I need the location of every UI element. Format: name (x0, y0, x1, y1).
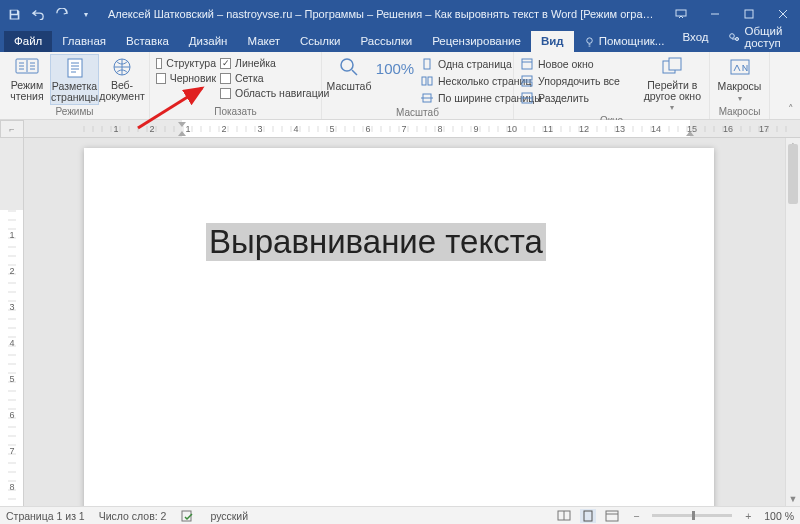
share-button[interactable]: Общий доступ (720, 22, 794, 52)
chevron-down-icon: ▾ (670, 103, 674, 112)
scroll-down-icon[interactable]: ▼ (786, 492, 800, 506)
checkbox-icon (220, 73, 231, 84)
reading-mode-icon (14, 56, 40, 78)
new-window-icon (520, 57, 534, 71)
group-window: Новое окно Упорядочить все Разделить Пер… (514, 52, 710, 119)
tab-design[interactable]: Дизайн (179, 31, 238, 52)
group-show: Структура Черновик ✓Линейка Сетка Област… (150, 52, 322, 119)
ruler-top-margin (0, 138, 24, 210)
tab-references[interactable]: Ссылки (290, 31, 351, 52)
view-read-mode-icon[interactable] (556, 509, 572, 523)
switch-windows-label: Перейти в другое окно (644, 80, 701, 101)
view-web-layout-icon[interactable] (604, 509, 620, 523)
svg-rect-0 (676, 10, 686, 16)
svg-text:6: 6 (9, 410, 14, 420)
svg-text:13: 13 (615, 124, 625, 134)
svg-text:6: 6 (365, 124, 370, 134)
zoom-button[interactable]: Масштаб (326, 54, 372, 106)
svg-text:1: 1 (113, 124, 118, 134)
scroll-thumb[interactable] (788, 144, 798, 204)
reading-mode-label: Режим чтения (10, 80, 43, 101)
new-window-button[interactable]: Новое окно (518, 56, 640, 72)
svg-text:11: 11 (543, 124, 553, 134)
horizontal-ruler[interactable]: ⌐ 121234567891011121314151617 (0, 120, 800, 138)
document-heading[interactable]: Выравнивание текста (206, 223, 546, 261)
tab-mailings[interactable]: Рассылки (351, 31, 423, 52)
svg-text:14: 14 (651, 124, 661, 134)
status-page[interactable]: Страница 1 из 1 (6, 510, 85, 522)
arrange-all-button[interactable]: Упорядочить все (518, 73, 640, 89)
svg-text:4: 4 (9, 338, 14, 348)
tab-review[interactable]: Рецензирование (422, 31, 531, 52)
page-canvas[interactable]: Выравнивание текста (24, 138, 785, 506)
lightbulb-icon (584, 36, 595, 47)
svg-text:7: 7 (401, 124, 406, 134)
status-language[interactable]: русский (210, 510, 248, 522)
qat-dropdown-icon[interactable]: ▾ (76, 3, 96, 25)
document-page[interactable] (84, 148, 714, 506)
gridlines-checkbox[interactable]: Сетка (218, 71, 331, 85)
web-layout-icon (109, 56, 135, 78)
svg-rect-6 (68, 59, 82, 77)
svg-text:1: 1 (185, 124, 190, 134)
new-window-label: Новое окно (538, 58, 594, 70)
zoom-out-icon[interactable]: − (628, 509, 644, 523)
vertical-ruler[interactable]: 12345678 (0, 138, 24, 506)
ruler-checkbox[interactable]: ✓Линейка (218, 56, 331, 70)
navigation-pane-checkbox[interactable]: Область навигации (218, 86, 331, 100)
tab-file[interactable]: Файл (4, 31, 52, 52)
switch-windows-icon (659, 56, 685, 78)
tab-view[interactable]: Вид (531, 31, 574, 52)
reading-mode-button[interactable]: Режим чтения (4, 54, 50, 105)
split-label: Разделить (538, 92, 589, 104)
svg-point-3 (730, 34, 735, 39)
tell-me[interactable]: Помощник... (574, 31, 675, 52)
zoom-slider-thumb[interactable] (692, 511, 695, 520)
checkbox-icon: ✓ (220, 58, 231, 69)
collapse-ribbon-icon[interactable]: ˄ (782, 52, 800, 119)
signin-link[interactable]: Вход (674, 28, 716, 46)
view-print-layout-icon[interactable] (580, 509, 596, 523)
svg-text:17: 17 (759, 124, 769, 134)
vertical-scrollbar[interactable]: ▲ ▼ (785, 138, 800, 506)
zoom-in-icon[interactable]: + (740, 509, 756, 523)
draft-checkbox[interactable]: Черновик (154, 71, 218, 85)
checkbox-icon (156, 58, 162, 69)
group-show-label: Показать (154, 105, 317, 119)
svg-text:3: 3 (9, 302, 14, 312)
svg-rect-18 (669, 58, 681, 70)
svg-text:8: 8 (437, 124, 442, 134)
share-label: Общий доступ (744, 25, 786, 49)
split-button[interactable]: Разделить (518, 90, 640, 106)
checkbox-icon (220, 88, 231, 99)
print-layout-button[interactable]: Разметка страницы (50, 54, 99, 105)
svg-text:7: 7 (9, 446, 14, 456)
navigation-pane-label: Область навигации (235, 87, 329, 99)
zoom-slider[interactable] (652, 514, 732, 517)
switch-windows-button[interactable]: Перейти в другое окно ▾ (640, 54, 705, 114)
ribbon-tabs: Файл Главная Вставка Дизайн Макет Ссылки… (0, 28, 800, 52)
zoom-100-button[interactable]: 100% (372, 54, 418, 106)
status-word-count[interactable]: Число слов: 2 (99, 510, 167, 522)
tab-insert[interactable]: Вставка (116, 31, 179, 52)
svg-rect-1 (745, 10, 753, 18)
arrange-all-label: Упорядочить все (538, 75, 620, 87)
svg-text:2: 2 (9, 266, 14, 276)
structure-checkbox[interactable]: Структура (154, 56, 218, 70)
web-layout-button[interactable]: Веб- документ (99, 54, 145, 105)
status-proofing-icon[interactable] (180, 509, 196, 523)
tab-home[interactable]: Главная (52, 31, 116, 52)
save-icon[interactable] (4, 3, 24, 25)
status-bar: Страница 1 из 1 Число слов: 2 русский − … (0, 506, 800, 524)
tab-layout[interactable]: Макет (237, 31, 290, 52)
status-zoom[interactable]: 100 % (764, 510, 794, 522)
svg-rect-15 (522, 82, 532, 86)
undo-icon[interactable] (28, 3, 48, 25)
ruler-label: Линейка (235, 57, 276, 69)
magnifier-icon (336, 56, 362, 78)
tell-me-label: Помощник... (599, 35, 665, 47)
macros-button[interactable]: Макросы ▾ (714, 54, 765, 105)
svg-text:10: 10 (507, 124, 517, 134)
checkbox-icon (156, 73, 166, 84)
redo-icon[interactable] (52, 3, 72, 25)
